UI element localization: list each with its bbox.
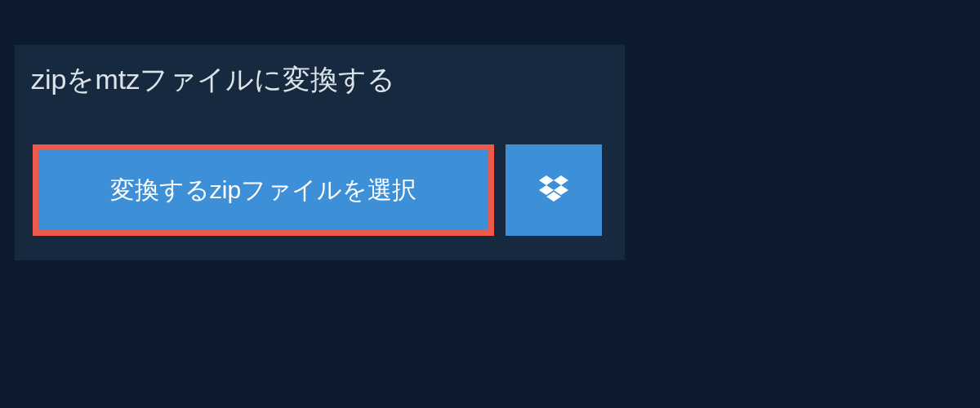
dropbox-icon [539, 175, 568, 205]
select-file-button-label: 変換するzipファイルを選択 [110, 174, 416, 207]
panel-title: zipをmtzファイルに変換する [15, 45, 412, 113]
button-row: 変換するzipファイルを選択 [15, 113, 625, 236]
dropbox-button[interactable] [506, 144, 602, 236]
converter-panel: zipをmtzファイルに変換する 変換するzipファイルを選択 [15, 45, 625, 260]
select-file-button[interactable]: 変換するzipファイルを選択 [33, 144, 494, 236]
